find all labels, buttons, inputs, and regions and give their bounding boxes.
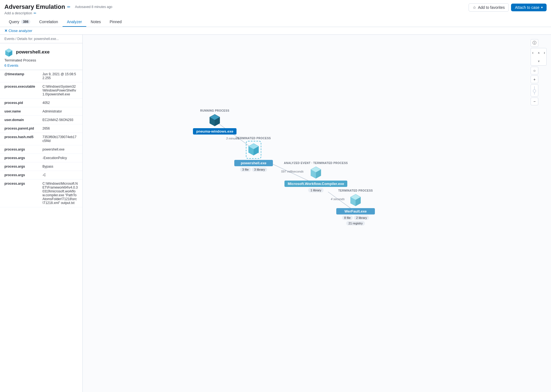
description-placeholder: Add a description [4, 11, 32, 15]
node-werfault-title: WerFault.exe [336, 208, 375, 214]
detail-key: process.args [4, 165, 40, 168]
tab-analyzer-label: Analyzer [67, 20, 82, 24]
pan-down-button[interactable]: ∨ [535, 57, 542, 65]
info-icon: ⓘ [533, 41, 536, 45]
detail-table: @timestampJun 9, 2021 @ 15:08:52.255proc… [0, 70, 82, 207]
description-edit-icon: ✏ [34, 11, 36, 15]
description-row[interactable]: Add a description ✏ [4, 11, 112, 15]
pan-up-button[interactable]: ∧ [535, 49, 542, 57]
node-powershell[interactable]: TERMINATED PROCESS powershell.exe 3 file [234, 137, 273, 172]
zoom-out-icon: − [533, 99, 536, 104]
detail-value: Jun 9, 2021 @ 15:08:52.255 [42, 72, 78, 80]
zoom-in-icon: + [533, 77, 536, 82]
header-top: Adversary Emulation ✏ Autosaved 8 minute… [4, 3, 547, 15]
chevron-right-icon: › [544, 50, 545, 55]
info-button[interactable]: ⓘ [531, 39, 538, 47]
node-mswf-box: Microsoft.Workflow.Compiler.exe 1 librar… [284, 166, 347, 192]
tab-query-label: Query [9, 20, 19, 24]
circle-icon: ○ [533, 68, 536, 73]
detail-row: process.hash.md57353f60b1739074eb17c5f4d [0, 133, 82, 145]
node-werfault-label-above: TERMINATED PROCESS [338, 189, 373, 192]
zoom-in-button[interactable]: + [531, 76, 538, 83]
close-x-icon: ✕ [4, 29, 7, 33]
tab-correlation[interactable]: Correlation [35, 17, 62, 27]
node-tag: 1 library [308, 188, 323, 192]
detail-value: 2656 [42, 127, 78, 130]
graph-controls: ⓘ ‹ ∧ ∨ › ○ [531, 39, 547, 105]
node-tag: 3 file [240, 167, 251, 172]
node-pneuma-title: pneuma-windows.exe [193, 128, 236, 135]
node-tag: 21 registry [346, 221, 365, 225]
fit-view-button[interactable]: ○ [531, 67, 538, 74]
pan-right-button[interactable]: › [543, 49, 546, 57]
close-analyzer-link[interactable]: ✕ Close analyzer [4, 29, 32, 33]
detail-row: @timestampJun 9, 2021 @ 15:08:52.255 [0, 70, 82, 82]
node-powershell-label-above: TERMINATED PROCESS [236, 137, 271, 140]
detail-key: process.pid [4, 101, 40, 105]
node-werfault[interactable]: TERMINATED PROCESS WerFault.exe 8 file 2… [336, 189, 375, 225]
detail-key: process.args [4, 156, 40, 160]
node-pneuma-cube [209, 113, 221, 127]
detail-key: process.args [4, 147, 40, 151]
detail-row: process.executableC:\Windows\System32\Wi… [0, 82, 82, 99]
node-tag: 8 file [342, 216, 353, 220]
detail-value: -ExecutionPolicy [42, 156, 78, 160]
detail-key: process.parent.pid [4, 127, 40, 130]
node-pneuma[interactable]: RUNNING PROCESS pneuma-windows.exe [193, 109, 236, 135]
add-to-favorites-button[interactable]: ☆ Add to favorites [469, 3, 509, 12]
node-pneuma-box: pneuma-windows.exe [193, 113, 236, 135]
detail-key: user.name [4, 109, 40, 113]
header-actions: ☆ Add to favorites Attach to case ▾ [469, 3, 547, 12]
tab-pinned[interactable]: Pinned [105, 17, 126, 27]
close-analyzer-bar: ✕ Close analyzer [0, 27, 551, 35]
pan-left-button[interactable]: ‹ [531, 49, 534, 57]
tab-correlation-label: Correlation [39, 20, 58, 24]
page-header: Adversary Emulation ✏ Autosaved 8 minute… [0, 0, 551, 27]
node-mswf-tags: 1 library [308, 188, 323, 192]
graph-canvas: 3 minutes 597 milliseconds 4 seconds RUN… [83, 35, 551, 392]
prev-item[interactable]: Events / Details for: powershell.exe... [0, 35, 82, 43]
process-name: powershell.exe [16, 49, 50, 55]
tab-analyzer[interactable]: Analyzer [63, 17, 86, 27]
node-powershell-box: powershell.exe 3 file 3 library [234, 141, 273, 172]
node-powershell-title: powershell.exe [234, 160, 273, 166]
events-link[interactable]: 6 Events [4, 63, 78, 68]
graph-edges-svg [83, 35, 551, 392]
tab-query[interactable]: Query 386 [4, 17, 35, 27]
attach-to-case-button[interactable]: Attach to case ▾ [511, 4, 547, 11]
node-werfault-box: WerFault.exe 8 file 2 library 21 registr… [336, 193, 375, 225]
detail-value: EC2AMAZ-56ON293 [42, 118, 78, 122]
node-mswf[interactable]: ANALYZED EVENT · TERMINATED PROCESS Micr… [284, 162, 348, 192]
process-cube-icon [4, 48, 13, 57]
detail-key: process.args [4, 182, 40, 186]
star-icon: ☆ [473, 5, 476, 10]
detail-key: process.executable [4, 85, 40, 88]
detail-value: 7353f60b1739074eb17c5f4d [42, 135, 78, 143]
title-edit-icon[interactable]: ✏ [67, 5, 71, 9]
detail-value: C:\Windows\System32\WindowsPowerShell\v1… [42, 85, 78, 96]
tab-query-badge: 386 [21, 20, 30, 24]
process-icon-row: powershell.exe [4, 48, 78, 57]
detail-row: user.nameAdministrator [0, 107, 82, 116]
node-tag: 3 library [252, 167, 267, 172]
close-analyzer-label: Close analyzer [9, 29, 32, 33]
node-pneuma-label-above: RUNNING PROCESS [200, 109, 229, 112]
chevron-left-icon: ‹ [532, 50, 534, 55]
detail-value: Bypass [42, 165, 78, 168]
zoom-out-button[interactable]: − [531, 98, 538, 105]
tab-notes[interactable]: Notes [86, 17, 105, 27]
detail-row: process.pid4052 [0, 99, 82, 107]
left-panel: Events / Details for: powershell.exe... … [0, 35, 83, 392]
detail-row: process.args-C [0, 171, 82, 179]
chevron-up-icon: ∧ [538, 51, 540, 54]
favorites-label: Add to favorites [478, 5, 505, 10]
page-title: Adversary Emulation [4, 3, 65, 10]
zoom-slider-thumb[interactable] [533, 89, 536, 93]
detail-row: user.domainEC2AMAZ-56ON293 [0, 116, 82, 124]
title-area: Adversary Emulation ✏ Autosaved 8 minute… [4, 3, 112, 15]
attach-label: Attach to case [515, 5, 539, 10]
detail-key: user.domain [4, 118, 40, 122]
node-werfault-cube [350, 193, 362, 207]
right-panel: ⓘ ‹ ∧ ∨ › ○ [83, 35, 551, 392]
detail-value: -C [42, 173, 78, 177]
